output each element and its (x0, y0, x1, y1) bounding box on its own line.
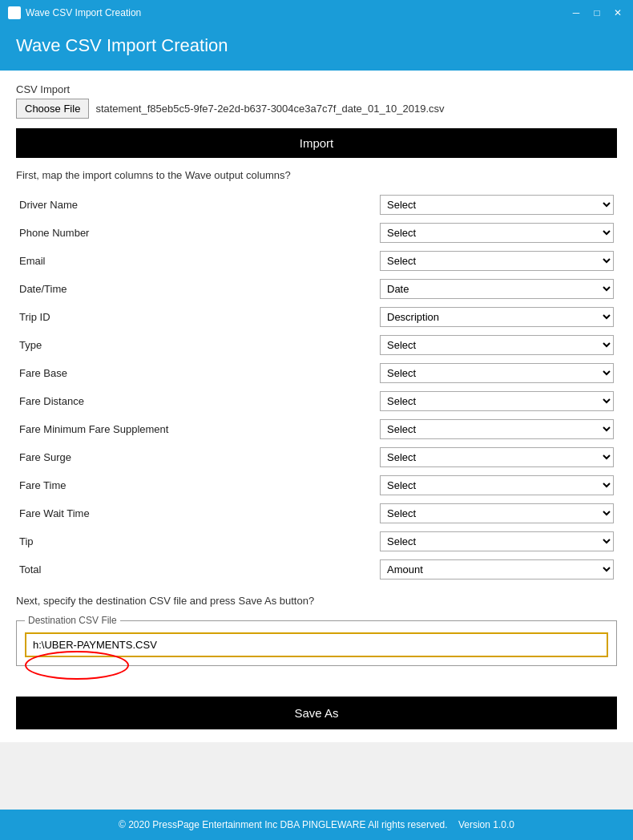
instruction-2: Next, specify the destination CSV file a… (16, 595, 617, 607)
field-label: Date/Time (16, 275, 377, 303)
field-select[interactable]: SelectDateDescriptionAmountDriver NamePh… (380, 559, 614, 580)
footer-text: © 2020 PressPage Entertainment Inc DBA P… (119, 819, 448, 830)
close-button[interactable]: ✕ (611, 6, 625, 20)
field-select-cell: SelectDateDescriptionAmountDriver NamePh… (377, 527, 617, 555)
fields-table: Driver NameSelectDateDescriptionAmountDr… (16, 191, 617, 584)
field-label: Fare Minimum Fare Supplement (16, 415, 377, 443)
choose-file-button[interactable]: Choose File (16, 99, 89, 119)
app-title: Wave CSV Import Creation (16, 35, 617, 56)
instruction-1: First, map the import columns to the Wav… (16, 169, 617, 181)
table-row: TypeSelectDateDescriptionAmountDriver Na… (16, 331, 617, 359)
field-select-cell: SelectDateDescriptionAmountDriver NamePh… (377, 443, 617, 471)
field-select[interactable]: SelectDateDescriptionAmountDriver NamePh… (380, 475, 614, 495)
field-label: Fare Base (16, 359, 377, 387)
app-header: Wave CSV Import Creation (0, 26, 633, 71)
field-label: Driver Name (16, 191, 377, 219)
field-select-cell: SelectDateDescriptionAmountDriver NamePh… (377, 415, 617, 443)
table-row: Fare BaseSelectDateDescriptionAmountDriv… (16, 359, 617, 387)
table-row: Fare SurgeSelectDateDescriptionAmountDri… (16, 443, 617, 471)
field-label: Phone Number (16, 219, 377, 247)
minimize-button[interactable]: ─ (569, 6, 583, 20)
field-select-cell: SelectDateDescriptionAmountDriver NamePh… (377, 275, 617, 303)
field-select-cell: SelectDateDescriptionAmountDriver NamePh… (377, 247, 617, 275)
field-label: Email (16, 247, 377, 275)
field-select-cell: SelectDateDescriptionAmountDriver NamePh… (377, 387, 617, 415)
field-label: Fare Time (16, 471, 377, 499)
field-select-cell: SelectDateDescriptionAmountDriver NamePh… (377, 303, 617, 331)
footer: © 2020 PressPage Entertainment Inc DBA P… (0, 810, 633, 840)
field-select[interactable]: SelectDateDescriptionAmountDriver NamePh… (380, 223, 614, 243)
csv-import-label: CSV Import (16, 83, 617, 95)
field-label: Fare Wait Time (16, 499, 377, 527)
field-select-cell: SelectDateDescriptionAmountDriver NamePh… (377, 359, 617, 387)
table-row: Fare TimeSelectDateDescriptionAmountDriv… (16, 471, 617, 499)
title-bar-icon (8, 6, 21, 19)
table-row: Fare DistanceSelectDateDescriptionAmount… (16, 387, 617, 415)
maximize-button[interactable]: □ (590, 6, 604, 20)
field-select-cell: SelectDateDescriptionAmountDriver NamePh… (377, 191, 617, 219)
field-select[interactable]: SelectDateDescriptionAmountDriver NamePh… (380, 335, 614, 355)
field-select[interactable]: SelectDateDescriptionAmountDriver NamePh… (380, 419, 614, 439)
field-select-cell: SelectDateDescriptionAmountDriver NamePh… (377, 331, 617, 359)
field-select-cell: SelectDateDescriptionAmountDriver NamePh… (377, 499, 617, 527)
field-select[interactable]: SelectDateDescriptionAmountDriver NamePh… (380, 307, 614, 327)
destination-fieldset: Destination CSV File (16, 615, 617, 666)
table-row: Fare Wait TimeSelectDateDescriptionAmoun… (16, 499, 617, 527)
field-select[interactable]: SelectDateDescriptionAmountDriver NamePh… (380, 531, 614, 551)
file-input-row: Choose File statement_f85eb5c5-9fe7-2e2d… (16, 99, 617, 119)
field-select[interactable]: SelectDateDescriptionAmountDriver NamePh… (380, 447, 614, 467)
field-label: Total (16, 555, 377, 584)
table-row: TipSelectDateDescriptionAmountDriver Nam… (16, 527, 617, 555)
import-bar: Import (16, 128, 617, 158)
field-label: Fare Distance (16, 387, 377, 415)
table-row: Date/TimeSelectDateDescriptionAmountDriv… (16, 275, 617, 303)
field-label: Tip (16, 527, 377, 555)
table-row: Phone NumberSelectDateDescriptionAmountD… (16, 219, 617, 247)
save-as-button[interactable]: Save As (16, 697, 617, 729)
field-label: Type (16, 331, 377, 359)
title-bar: Wave CSV Import Creation ─ □ ✕ (0, 0, 633, 26)
field-label: Trip ID (16, 303, 377, 331)
field-select[interactable]: SelectDateDescriptionAmountDriver NamePh… (380, 251, 614, 271)
destination-input[interactable] (25, 632, 608, 657)
field-select[interactable]: SelectDateDescriptionAmountDriver NamePh… (380, 391, 614, 411)
field-select-cell: SelectDateDescriptionAmountDriver NamePh… (377, 219, 617, 247)
field-label: Fare Surge (16, 443, 377, 471)
table-row: Driver NameSelectDateDescriptionAmountDr… (16, 191, 617, 219)
main-content: CSV Import Choose File statement_f85eb5c… (0, 71, 633, 742)
csv-import-section: CSV Import Choose File statement_f85eb5c… (16, 83, 617, 119)
table-row: TotalSelectDateDescriptionAmountDriver N… (16, 555, 617, 584)
footer-version: Version 1.0.0 (458, 819, 514, 830)
table-row: Fare Minimum Fare SupplementSelectDateDe… (16, 415, 617, 443)
field-select[interactable]: SelectDateDescriptionAmountDriver NamePh… (380, 363, 614, 383)
destination-legend: Destination CSV File (25, 615, 120, 626)
field-select-cell: SelectDateDescriptionAmountDriver NamePh… (377, 471, 617, 499)
file-name-display: statement_f85eb5c5-9fe7-2e2d-b637-3004ce… (95, 103, 444, 115)
field-select-cell: SelectDateDescriptionAmountDriver NamePh… (377, 555, 617, 584)
title-bar-controls: ─ □ ✕ (569, 6, 625, 20)
title-bar-title: Wave CSV Import Creation (26, 7, 569, 18)
table-row: EmailSelectDateDescriptionAmountDriver N… (16, 247, 617, 275)
table-row: Trip IDSelectDateDescriptionAmountDriver… (16, 303, 617, 331)
field-select[interactable]: SelectDateDescriptionAmountDriver NamePh… (380, 195, 614, 215)
field-select[interactable]: SelectDateDescriptionAmountDriver NamePh… (380, 279, 614, 299)
field-select[interactable]: SelectDateDescriptionAmountDriver NamePh… (380, 503, 614, 523)
